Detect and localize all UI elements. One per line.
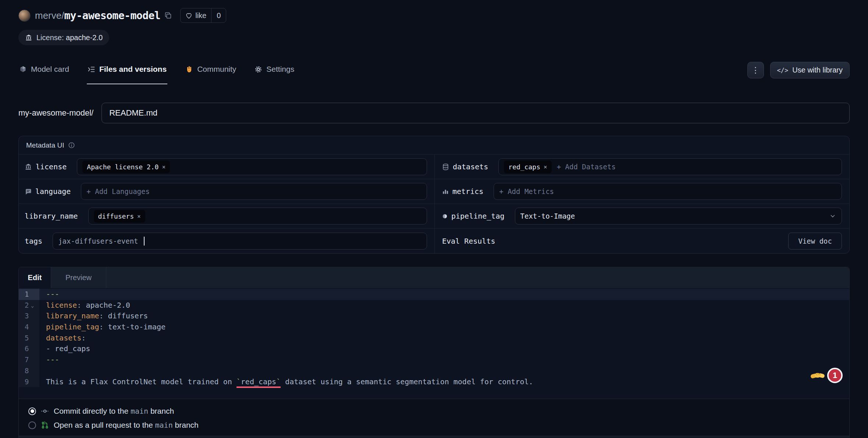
model-repo-page: merve / my-awesome-model like 0 <box>0 0 868 438</box>
commit-direct-option[interactable]: Commit directly to the main branch <box>28 404 849 418</box>
remove-chip-icon[interactable]: × <box>544 163 547 170</box>
code-line: --- <box>39 289 849 300</box>
commit-pr-label: Open as a pull request to the main branc… <box>54 421 199 430</box>
view-doc-button[interactable]: View doc <box>788 233 842 250</box>
model-name[interactable]: my-awesome-model <box>64 10 160 22</box>
line-number: 7 <box>19 354 39 365</box>
field-pipeline-tag: pipeline_tag Text-to-Image <box>434 204 849 229</box>
code-token: --- <box>46 355 59 364</box>
editor-gutter: 12⌄3456789 <box>19 288 39 387</box>
filename-row: my-awesome-model/ <box>18 103 850 123</box>
language-input[interactable]: + Add Languages <box>81 183 427 200</box>
tags-input[interactable]: jax-diffusers-event <box>53 233 427 250</box>
code-token: license <box>46 301 77 310</box>
owner-name-link[interactable]: merve <box>35 10 61 21</box>
field-eval-results: Eval Results View doc <box>434 229 849 253</box>
path-prefix-label: my-awesome-model/ <box>18 108 93 118</box>
line-number: 8 <box>19 365 39 377</box>
code-token: library_name <box>46 311 99 320</box>
eval-results-row: Eval Results View doc <box>442 233 842 250</box>
editor-collab-widget: 1 <box>810 368 843 383</box>
code-token: ` <box>276 377 281 388</box>
cutoff-next-section <box>19 436 849 438</box>
metrics-label: metrics <box>442 187 483 196</box>
use-with-library-button[interactable]: </> Use with library <box>770 62 850 78</box>
gear-icon <box>255 66 262 73</box>
code-token: This is a Flax ControlNet model trained … <box>46 377 236 386</box>
remove-chip-icon[interactable]: × <box>162 163 166 170</box>
library-name-input[interactable]: diffusers× <box>88 208 427 225</box>
field-datasets: datasets red_caps× + Add Datasets <box>434 155 849 179</box>
code-line: --- <box>39 354 849 365</box>
library-name-label: library_name <box>25 212 78 220</box>
pipeline-tag-select[interactable]: Text-to-Image <box>515 208 842 225</box>
pull-request-icon <box>41 421 49 429</box>
code-token: pipeline_tag <box>46 322 99 331</box>
tab-settings[interactable]: Settings <box>254 61 295 84</box>
code-token: datasets <box>46 333 81 342</box>
header-actions: ⋮ </> Use with library <box>747 62 850 84</box>
bank-icon <box>25 163 32 170</box>
path-separator: / <box>61 10 64 21</box>
code-line: - red_caps <box>39 343 849 354</box>
license-chip: Apache license 2.0× <box>82 160 170 173</box>
remove-chip-icon[interactable]: × <box>137 213 141 220</box>
code-line: This is a Flax ControlNet model trained … <box>39 377 849 388</box>
commit-pr-option[interactable]: Open as a pull request to the main branc… <box>28 418 849 432</box>
circle-icon <box>442 213 448 219</box>
code-token: - red_caps <box>46 344 90 353</box>
tab-preview[interactable]: Preview <box>51 267 106 288</box>
license-badge[interactable]: License: apache-2.0 <box>18 30 109 45</box>
repo-title-row: merve / my-awesome-model like 0 <box>18 7 850 24</box>
add-metrics-placeholder: + Add Metrics <box>499 187 554 195</box>
field-tags: tags jax-diffusers-event <box>19 229 434 253</box>
more-options-button[interactable]: ⋮ <box>747 62 764 78</box>
code-token: dataset using a semantic segmentation mo… <box>281 377 533 386</box>
dataset-chip: red_caps× <box>504 160 551 173</box>
notification-badge[interactable]: 1 <box>827 368 843 383</box>
like-button[interactable]: like <box>181 8 211 22</box>
code-token: diffusers <box>108 311 148 320</box>
license-text: License: apache-2.0 <box>36 33 103 42</box>
tab-edit[interactable]: Edit <box>19 267 51 288</box>
radio-selected-icon[interactable] <box>28 407 36 415</box>
code-token: text-to-image <box>108 322 166 331</box>
info-icon[interactable] <box>68 142 75 149</box>
like-label: like <box>195 11 206 20</box>
tab-community[interactable]: Community <box>184 61 237 84</box>
eval-results-label: Eval Results <box>442 237 495 246</box>
license-label: license <box>25 162 67 171</box>
radio-unselected-icon[interactable] <box>28 421 36 429</box>
code-line: datasets: <box>39 333 849 344</box>
editor-code-area[interactable]: ---license: apache-2.0library_name: diff… <box>39 288 849 387</box>
tab-model-card[interactable]: Model card <box>18 61 70 84</box>
repo-header: merve / my-awesome-model like 0 <box>0 0 868 45</box>
code-token: red_caps <box>241 377 276 388</box>
repo-tabbar: Model card Files and versions Community <box>0 61 868 84</box>
field-language: language + Add Languages <box>19 179 434 204</box>
metadata-ui-header: Metadata UI <box>19 136 849 155</box>
metadata-ui-title: Metadata UI <box>26 141 64 149</box>
copy-name-icon[interactable] <box>164 11 172 20</box>
tab-files-and-versions[interactable]: Files and versions <box>87 61 167 84</box>
datasets-input[interactable]: red_caps× + Add Datasets <box>498 158 842 175</box>
license-input[interactable]: Apache license 2.0× <box>77 158 427 175</box>
metrics-input[interactable]: + Add Metrics <box>494 183 842 200</box>
bank-icon <box>25 34 32 41</box>
cube-icon <box>19 66 27 73</box>
readme-editor-card: Edit Preview 12⌄3456789 ---license: apac… <box>18 267 850 438</box>
bars-icon <box>442 188 449 195</box>
code-token: : <box>99 322 108 331</box>
tags-typed-value: jax-diffusers-event <box>58 237 138 245</box>
code-editor[interactable]: 12⌄3456789 ---license: apache-2.0library… <box>19 288 849 399</box>
owner-avatar[interactable] <box>18 10 31 22</box>
datasets-label: datasets <box>442 162 488 171</box>
code-token: : <box>81 333 86 342</box>
line-number: 6 <box>19 343 39 354</box>
language-label: language <box>25 187 71 196</box>
community-icon <box>185 65 193 73</box>
metadata-grid: license Apache license 2.0× datasets red… <box>19 155 849 253</box>
filename-input[interactable] <box>102 103 850 123</box>
fold-chevron-icon[interactable]: ⌄ <box>31 300 34 311</box>
like-count[interactable]: 0 <box>211 8 226 22</box>
